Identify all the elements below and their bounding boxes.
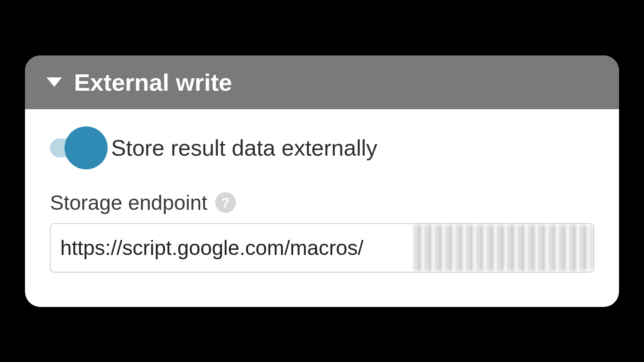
endpoint-label-row: Storage endpoint ?	[50, 191, 594, 215]
endpoint-label: Storage endpoint	[50, 191, 207, 215]
store-externally-row: Store result data externally	[50, 135, 594, 161]
panel-title: External write	[74, 68, 232, 96]
toggle-thumb	[65, 126, 108, 169]
endpoint-input-wrapper	[50, 223, 594, 273]
help-icon[interactable]: ?	[215, 192, 236, 213]
chevron-down-icon	[46, 77, 62, 87]
store-externally-label: Store result data externally	[111, 135, 378, 161]
external-write-panel: External write Store result data externa…	[25, 55, 619, 307]
panel-header[interactable]: External write	[25, 55, 619, 109]
store-externally-toggle[interactable]	[50, 135, 102, 161]
panel-body: Store result data externally Storage end…	[25, 109, 619, 307]
storage-endpoint-input[interactable]	[50, 223, 594, 273]
